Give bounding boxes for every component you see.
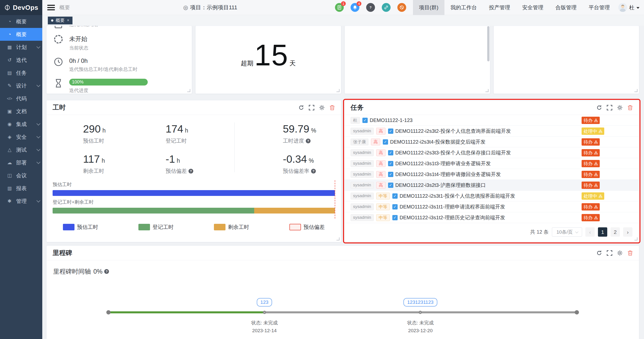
task-checkbox-icon[interactable]: ✓ [388,129,393,134]
milestone-card-actions [596,250,633,256]
refresh-icon[interactable] [596,105,602,110]
pagination-total: 共 12 条 [530,229,549,235]
task-checkbox-icon[interactable]: ✓ [388,161,393,166]
stat-value: -0.34% [283,153,316,165]
pagination-next-button[interactable]: › [623,227,632,237]
sidebar-item-迭代[interactable]: ↺迭代 [0,54,42,66]
nav-item-合版管理[interactable]: 合版管理 [549,0,583,15]
fullscreen-icon[interactable] [607,250,612,256]
sidebar-item-会议[interactable]: ◫会议 [0,169,42,182]
milestone-node[interactable] [419,311,422,314]
refresh-icon[interactable] [596,250,602,256]
project-selector[interactable]: ◎ 项目：示例项目111 [183,4,237,11]
task-checkbox-icon[interactable]: ✓ [383,139,388,145]
sidebar-item-文档[interactable]: ▣文档 [0,105,42,118]
task-title-link[interactable]: DEMO11122-i2s3t4-投保数据提交后端开发 [390,139,485,145]
task-checkbox-icon[interactable]: ✓ [392,204,398,209]
topbar-circle-icons: 14? [335,3,413,12]
gear-icon[interactable] [617,105,623,110]
task-checkbox-icon[interactable]: ✓ [388,172,393,177]
sidebar-item-概要[interactable]: ◔概要 [0,15,42,28]
empty-widget-card-2 [494,26,639,94]
dashed-circle-status-icon [53,35,64,44]
sidebar-item-设计[interactable]: ✎设计 [0,79,42,92]
iteration-hours-label: 迭代预估总工时/迭代剩余总工时 [69,66,137,73]
sidebar-item-管理[interactable]: ✱管理 [0,195,42,207]
hours-card: 工时 290h预估工时174h登记工时59.79%工时进度?117h剩余工时-1… [46,100,341,242]
task-checkbox-icon[interactable]: ✓ [392,215,398,220]
close-icon[interactable]: × [67,18,69,23]
sidebar-item-集成[interactable]: ◉集成 [0,118,42,131]
legend-item-登记工时: 登记工时 [138,224,174,231]
nav-item-安全管理[interactable]: 安全管理 [516,0,549,15]
tab-overview[interactable]: 概要 × [48,17,72,24]
notification-badge: 4 [357,1,361,6]
sidebar-item-报表[interactable]: ▥报表 [0,182,42,195]
content: 迭代计划周期 未开始 当前状态 [42,26,644,339]
task-title-link[interactable]: DEMO11122-i2s3t3-投保个人信息保存接口后端开发 [395,149,511,156]
milestone-node[interactable] [263,311,266,314]
task-checkbox-icon[interactable]: ✓ [392,193,398,199]
task-title-link[interactable]: DEMO11122-1-123 [370,117,412,123]
sidebar-item-概要[interactable]: ◔概要 [0,28,42,41]
chevron-down-icon [36,147,41,151]
legend-swatch [138,224,150,230]
sidebar-item-安全[interactable]: ◈安全 [0,131,42,143]
legend-swatch [289,224,301,230]
milestone-pill[interactable]: 123 [257,298,272,307]
task-title-link[interactable]: DEMO11122-i3s1t1-理赔申请流程界面前端开发 [400,203,505,210]
nav-item-我的工作台[interactable]: 我的工作台 [444,0,483,15]
todo-doc-icon[interactable]: 1 [335,3,344,12]
refresh-icon[interactable] [298,105,304,110]
sidebar-item-测试[interactable]: △测试 [0,143,42,156]
legend-item-预估工时: 预估工时 [63,224,98,231]
trash-icon[interactable] [627,105,633,110]
fullscreen-icon[interactable] [309,105,314,110]
task-title-link[interactable]: DEMO11122-i3s2t3-沪惠保理赔数据接口 [395,182,486,189]
pagination-page-2[interactable]: 2 [611,227,620,237]
user-menu[interactable]: 杜 [616,3,644,12]
gear-icon[interactable] [319,105,325,110]
task-title-link[interactable]: DEMO11122-i3s1t3-理赔申请业务逻辑开发 [395,160,491,167]
stat-value: 59.79% [283,123,316,135]
milestone-pill[interactable]: 1231231123 [403,298,437,307]
hours-bars: 预估工时登记工时+剩余工时 [47,181,341,214]
gear-icon[interactable] [617,250,623,256]
task-title-link[interactable]: DEMO11122-i3s1t4-理赔申请撤回业务逻辑开发 [395,171,501,178]
ban-icon[interactable] [397,3,406,12]
stat-剩余工时: 117h剩余工时 [83,153,105,175]
sidebar-item-任务[interactable]: ▤任务 [0,66,42,79]
sidebar-item-label: 报表 [16,185,27,192]
task-checkbox-icon[interactable]: ✓ [388,150,393,155]
nav-item-项目(群)[interactable]: 项目(群) [413,0,444,15]
priority-tag: 高 [376,171,386,178]
iteration-status-label: 当前状态 [69,45,88,51]
bell-icon[interactable]: 4 [351,3,359,12]
task-title-link[interactable]: DEMO11122-i3s1t2-理赔历史记录查询前端开发 [400,214,505,221]
page-size-select[interactable]: 10条/页 [552,227,582,237]
task-title-link[interactable]: DEMO11122-i2s3t1-投保个人信息填报界面前端开发 [400,193,515,199]
pagination-page-1[interactable]: 1 [598,227,607,237]
nav-item-投产管理[interactable]: 投产管理 [483,0,516,15]
milestone-info: 状态: 未完成2023-12-20 [407,319,434,335]
bar-label: 预估工时 [53,181,335,188]
sidebar-item-计划[interactable]: ▦计划 [0,41,42,54]
fullscreen-icon[interactable] [607,105,612,110]
assignee-tag: sysadmin [351,193,374,199]
pagination-prev-button[interactable]: ‹ [585,227,595,237]
help-icon[interactable]: ? [366,3,375,12]
milestone-timeline-progress [108,311,264,313]
iteration-icon: ↺ [6,57,14,63]
link-icon[interactable] [382,3,391,12]
sidebar-item-代码[interactable]: </>代码 [0,92,42,105]
trash-icon[interactable] [329,105,335,110]
bar-label: 登记工时+剩余工时 [53,199,335,205]
trash-icon[interactable] [627,250,633,256]
hamburger-menu-icon[interactable] [47,4,55,12]
sidebar-item-部署[interactable]: ☁部署 [0,156,42,169]
task-title-link[interactable]: DEMO11122-i2s3t2-投保个人信息查询界面前端开发 [395,128,511,135]
scrollbar-thumb[interactable] [487,26,489,61]
nav-item-平台管理[interactable]: 平台管理 [583,0,616,15]
task-checkbox-icon[interactable]: ✓ [362,118,368,123]
task-checkbox-icon[interactable]: ✓ [388,183,393,188]
